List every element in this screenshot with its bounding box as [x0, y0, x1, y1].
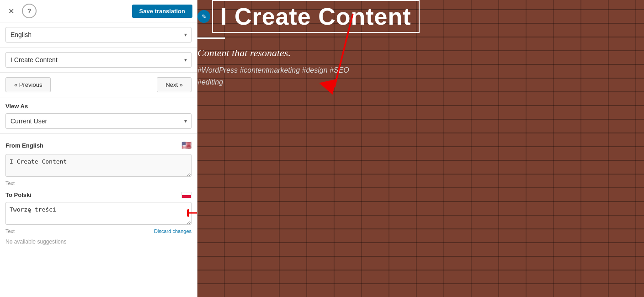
- hero-title: I Create Content: [220, 3, 411, 30]
- content-select[interactable]: I Create Content: [5, 52, 192, 68]
- content-select-wrapper: I Create Content ▾: [5, 52, 192, 68]
- right-panel: ✎ I Create Content Content that resonate…: [197, 0, 644, 297]
- edit-pencil-button[interactable]: ✎: [197, 10, 210, 23]
- close-button[interactable]: ✕: [5, 5, 17, 17]
- source-type-label: Text: [5, 180, 192, 186]
- navigation-buttons: « Previous Next »: [0, 73, 197, 97]
- next-button[interactable]: Next »: [157, 77, 192, 92]
- flag-us-icon: 🇺🇸: [181, 140, 192, 150]
- from-header: From English 🇺🇸: [5, 140, 192, 150]
- translation-input-wrapper: [5, 202, 192, 227]
- translation-section: From English 🇺🇸 Text To Polski: [0, 134, 197, 297]
- to-label: To Polski: [5, 191, 32, 198]
- hero-tagline: Content that resonates.: [197, 47, 644, 59]
- title-box-wrapper: ✎ I Create Content: [197, 0, 644, 33]
- flag-pl-icon: [181, 192, 192, 198]
- from-label: From English: [5, 142, 43, 149]
- help-button[interactable]: ?: [22, 4, 37, 18]
- title-box: I Create Content: [212, 0, 420, 33]
- translation-footer: Text Discard changes: [5, 228, 192, 234]
- hero-content: ✎ I Create Content Content that resonate…: [197, 0, 644, 88]
- left-panel: ✕ ? Save translation English ▾ I Create …: [0, 0, 197, 297]
- close-icon: ✕: [8, 7, 14, 16]
- to-header: To Polski: [5, 191, 192, 198]
- view-as-select-wrapper: Current User ▾: [5, 113, 192, 129]
- language-select-wrapper: English ▾: [5, 27, 192, 42]
- pencil-icon: ✎: [202, 13, 207, 20]
- discard-changes-link[interactable]: Discard changes: [154, 228, 192, 234]
- source-text-area[interactable]: [5, 154, 192, 177]
- view-as-label: View As: [5, 103, 192, 110]
- save-translation-button[interactable]: Save translation: [132, 5, 192, 18]
- hero-hashtags: #WordPress #contentmarketing #design #SE…: [197, 64, 644, 88]
- language-select-section: English ▾: [0, 22, 197, 48]
- top-bar: ✕ ? Save translation: [0, 0, 197, 22]
- translated-type-label: Text: [5, 228, 15, 234]
- content-select-section: I Create Content ▾: [0, 48, 197, 73]
- no-suggestions-text: No available suggestions: [5, 239, 192, 245]
- view-as-section: View As Current User ▾: [0, 97, 197, 134]
- translation-input[interactable]: [5, 202, 192, 225]
- view-as-select[interactable]: Current User: [5, 113, 192, 129]
- previous-button[interactable]: « Previous: [5, 77, 51, 92]
- help-icon: ?: [27, 7, 32, 15]
- language-select[interactable]: English: [5, 27, 192, 42]
- title-underline: [197, 37, 225, 39]
